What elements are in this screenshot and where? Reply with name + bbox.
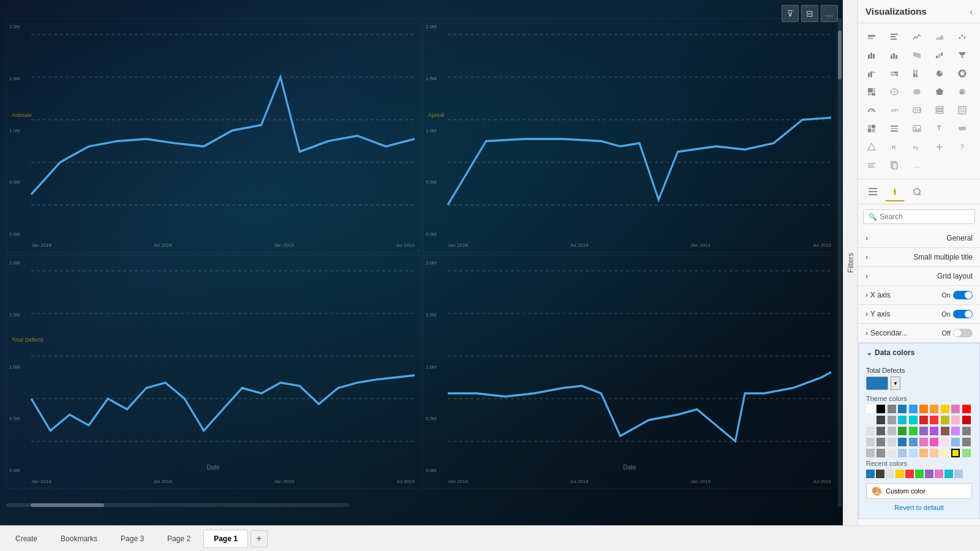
color-teal[interactable] (909, 416, 918, 424)
color-lt-blue[interactable] (909, 405, 918, 413)
color-mid-gray-2[interactable] (876, 449, 885, 457)
color-near-white[interactable] (888, 449, 896, 457)
viz-icon-stacked-bar[interactable] (863, 28, 880, 45)
color-purple[interactable] (919, 427, 928, 435)
section-secondary-axis-header[interactable]: › Secondar... Off (858, 324, 980, 342)
custom-color-button[interactable]: 🎨 Custom color (866, 483, 972, 499)
color-lt-orange[interactable] (930, 405, 938, 413)
recent-color-9[interactable] (954, 470, 963, 478)
tab-page3[interactable]: Page 3 (110, 530, 154, 548)
viz-icon-area-chart[interactable] (931, 28, 948, 45)
color-dk-gray-1[interactable] (876, 416, 885, 424)
viz-icon-textbox[interactable]: T (931, 120, 948, 137)
viz-icon-100col[interactable] (908, 65, 925, 82)
viz-icon-column-chart[interactable] (863, 47, 880, 64)
section-y-axis-header[interactable]: › Y axis On (858, 305, 980, 323)
recent-color-4[interactable] (905, 470, 914, 478)
chart-horizontal-scrollbar[interactable] (6, 503, 349, 507)
chart-vscrollbar-thumb[interactable] (838, 31, 842, 80)
section-x-axis-header[interactable]: › X axis On (858, 286, 980, 304)
layout-button[interactable]: ⊟ (801, 5, 818, 22)
tab-add-button[interactable]: + (251, 530, 268, 547)
color-mid-gray[interactable] (962, 438, 971, 446)
viz-icon-waterfall[interactable] (931, 47, 948, 64)
color-orange[interactable] (919, 405, 928, 413)
color-md-gray-1[interactable] (888, 416, 896, 424)
color-lt-lime[interactable] (962, 449, 971, 457)
color-lt-gray-3[interactable] (866, 438, 875, 446)
color-pink-2[interactable] (919, 438, 928, 446)
viz-icon-line-chart[interactable] (908, 28, 925, 45)
viz-icon-slicer[interactable] (886, 120, 903, 137)
recent-color-3[interactable] (895, 470, 904, 478)
analytics-bottom-icon[interactable] (907, 182, 927, 201)
color-black[interactable] (876, 405, 885, 413)
recent-color-5[interactable] (915, 470, 924, 478)
viz-icon-matrix[interactable] (863, 120, 880, 137)
color-blue-2[interactable] (898, 438, 907, 446)
viz-icon-gauge[interactable] (863, 102, 880, 119)
filters-panel[interactable]: Filters (843, 0, 858, 525)
viz-icon-100bar[interactable] (886, 65, 903, 82)
viz-icon-shape[interactable] (863, 138, 880, 156)
color-md-gray-2[interactable] (962, 427, 971, 435)
color-olive[interactable] (941, 416, 949, 424)
section-small-multiple-title-header[interactable]: › Small multiple title (858, 248, 980, 266)
viz-icon-multirow-card[interactable] (931, 102, 948, 119)
color-silver-2[interactable] (888, 438, 896, 446)
color-yellow[interactable] (941, 405, 949, 413)
chart-scrollbar-thumb[interactable] (31, 503, 104, 507)
section-plot-area-header[interactable]: › Plot area (858, 519, 980, 525)
viz-icon-combo[interactable] (863, 65, 880, 82)
format-bottom-icon[interactable] (885, 182, 905, 201)
viz-icon-kpi[interactable]: KPI (886, 102, 903, 119)
viz-icon-card[interactable]: 123 (908, 102, 925, 119)
filter-button[interactable]: ⊽ (782, 5, 799, 22)
color-lt-gray-1[interactable] (866, 416, 875, 424)
more-button[interactable]: … (821, 5, 838, 22)
recent-color-7[interactable] (935, 470, 943, 478)
tab-page1[interactable]: Page 1 (203, 530, 248, 548)
color-red[interactable] (962, 405, 971, 413)
right-panel-collapse-button[interactable]: ‹ (970, 7, 973, 17)
section-data-colors-header[interactable]: ⌄ Data colors (859, 343, 979, 362)
viz-icon-shape-map[interactable] (931, 83, 948, 100)
viz-icon-pie[interactable] (931, 65, 948, 82)
recent-color-1[interactable] (876, 470, 884, 478)
x-axis-toggle-switch[interactable] (953, 291, 973, 299)
y-axis-toggle-switch[interactable] (953, 310, 973, 318)
color-powder-blue[interactable] (951, 438, 960, 446)
viz-icon-scatter[interactable] (954, 28, 971, 45)
viz-icon-decomp-tree[interactable] (931, 138, 948, 156)
viz-icon-stacked-col[interactable] (886, 47, 903, 64)
color-hot-pink[interactable] (930, 438, 938, 446)
color-bright-yellow[interactable] (951, 449, 960, 457)
secondary-axis-toggle-switch[interactable] (953, 329, 973, 337)
color-lt-gray-2[interactable] (866, 427, 875, 435)
color-dropdown-arrow[interactable]: ▼ (891, 377, 900, 390)
color-dk-gray-2[interactable] (876, 427, 885, 435)
viz-icon-more[interactable]: … (908, 157, 925, 174)
section-general-header[interactable]: › General (858, 229, 980, 247)
color-green[interactable] (898, 427, 907, 435)
tab-create[interactable]: Create (5, 530, 48, 548)
fields-bottom-icon[interactable] (863, 182, 883, 201)
color-lt-green[interactable] (909, 427, 918, 435)
color-cyan[interactable] (898, 416, 907, 424)
color-white[interactable] (866, 405, 875, 413)
recent-color-2[interactable] (886, 470, 894, 478)
color-sky-blue[interactable] (909, 449, 918, 457)
viz-icon-map[interactable] (886, 83, 903, 100)
viz-icon-donut[interactable] (954, 65, 971, 82)
viz-icon-filled-map[interactable] (908, 83, 925, 100)
viz-icon-button[interactable] (954, 120, 971, 137)
recent-color-8[interactable] (944, 470, 953, 478)
viz-icon-ribbon[interactable] (908, 47, 925, 64)
viz-icon-bar-chart[interactable] (886, 28, 903, 45)
viz-icon-image[interactable] (908, 120, 925, 137)
color-baby-blue[interactable] (898, 449, 907, 457)
color-crimson[interactable] (919, 416, 928, 424)
revert-default-button[interactable]: Revert to default (866, 501, 972, 514)
color-dk-red[interactable] (962, 416, 971, 424)
viz-icon-r[interactable]: R (886, 138, 903, 156)
